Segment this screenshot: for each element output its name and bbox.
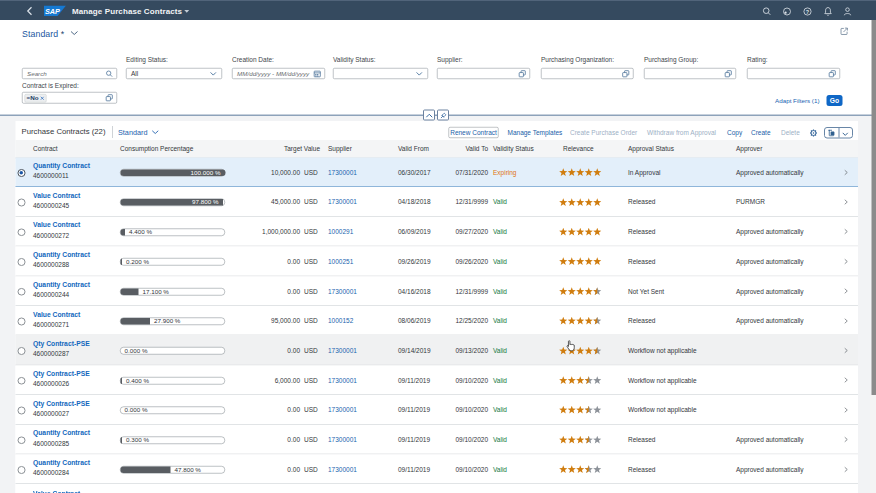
svg-text:SAP: SAP bbox=[45, 7, 60, 16]
svg-text:?: ? bbox=[806, 9, 810, 15]
